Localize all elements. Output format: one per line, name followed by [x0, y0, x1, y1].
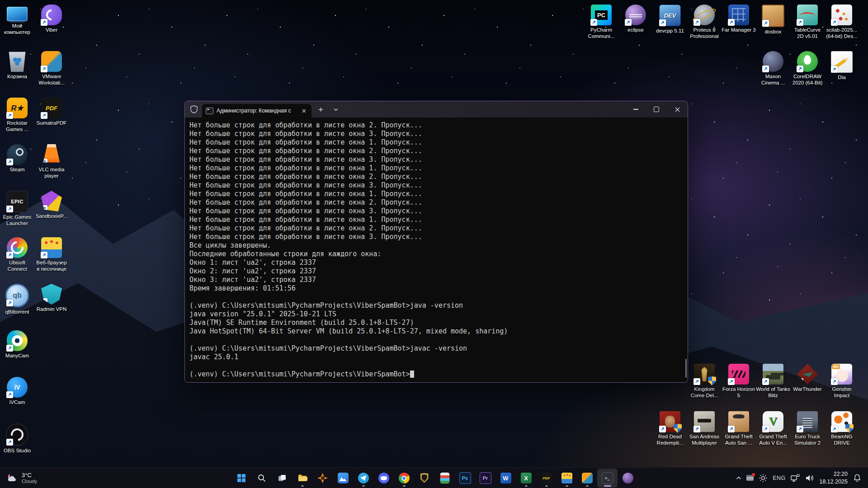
desktop-icon-epic[interactable]: EPICEpic Games Launcher	[0, 191, 34, 226]
desktop-icon-my-computer[interactable]: Мой компьютер	[0, 5, 34, 35]
sandboxie-app-icon	[561, 473, 572, 483]
pycharm-icon: PC	[591, 5, 612, 25]
clock[interactable]: 22:20 18.12.2025	[819, 470, 848, 485]
desktop-icon-proteus[interactable]: Proteus 8 Professional	[687, 5, 722, 39]
volume-icon[interactable]	[805, 474, 814, 482]
desktop-icon-qbittorrent[interactable]: qbqBittorrent	[0, 284, 34, 315]
desktop-icon-web-sandbox[interactable]: Веб-браузер в песочнице	[34, 237, 69, 272]
desktop-icon-label: TableCurve 2D v5.01	[790, 27, 825, 39]
taskbar-photoshop-button[interactable]: Ps	[455, 469, 475, 488]
desktop-icon-scilab[interactable]: scilab-2025... (64-bit) Des...	[825, 5, 859, 39]
terminal-tab[interactable]: Администратор: Командная с	[202, 104, 311, 117]
close-button[interactable]	[667, 101, 688, 117]
desktop-icon-vlc[interactable]: VLC media player	[34, 144, 69, 179]
shortcut-arrow-icon	[831, 19, 838, 26]
file-explorer-icon	[297, 473, 308, 483]
tab-dropdown-button[interactable]	[330, 103, 342, 115]
tray-app-icon[interactable]	[746, 475, 754, 481]
desktop-icon-coreldraw[interactable]: CorelDRAW 2020 (64-Bit)	[790, 51, 825, 86]
desktop-icon-far-manager[interactable]: Far Manager 3	[722, 5, 756, 33]
taskbar-excel-button[interactable]: X	[516, 469, 536, 488]
sumatra-pdf-icon: PDF	[541, 473, 552, 483]
language-indicator[interactable]: ENG	[773, 475, 785, 481]
genshin-icon: 5th	[831, 364, 852, 385]
taskbar-vmware-app-button[interactable]	[577, 469, 597, 488]
minimize-button[interactable]	[625, 101, 646, 117]
web-sandbox-icon	[41, 237, 62, 258]
tray-chevron-up-icon[interactable]	[736, 476, 741, 480]
desktop-icon-maxon[interactable]: Maxon Cinema ...	[756, 51, 790, 86]
desktop-icon-ubisoft[interactable]: Ubisoft Connect	[0, 237, 34, 272]
desktop-icon-rdr[interactable]: Red Dead Redempti...	[653, 411, 687, 446]
desktop-icon-genshin[interactable]: 5thGenshin Impact	[825, 364, 859, 399]
running-indicator	[566, 485, 568, 487]
desktop-icon-dosbox[interactable]: dosbox	[756, 5, 790, 35]
taskbar-sandboxie-app-button[interactable]	[557, 469, 577, 488]
taskbar-terminal-button[interactable]: >_	[597, 469, 618, 488]
desktop-icon-obs[interactable]: OBS Studio	[0, 423, 34, 454]
desktop-icon-kingdom-come[interactable]: Kingdom Come Del...	[687, 364, 722, 399]
taskbar-task-view-button[interactable]	[272, 469, 292, 488]
desktop-icon-label: Red Dead Redempti...	[653, 433, 687, 446]
desktop-icon-pycharm[interactable]: PCPyCharm Communi...	[584, 5, 618, 39]
radmin-icon	[41, 284, 62, 305]
taskbar-photos-button[interactable]	[333, 469, 353, 488]
taskbar-file-explorer-button[interactable]	[292, 469, 312, 488]
desktop-icon-manycam[interactable]: ManyCam	[0, 330, 34, 359]
desktop-icon-dia[interactable]: Dia	[825, 51, 859, 80]
terminal-output[interactable]: Нет больше строк для обработки в листе о…	[185, 117, 688, 382]
shortcut-arrow-icon	[6, 439, 13, 446]
new-tab-button[interactable]	[314, 103, 327, 115]
maximize-button[interactable]	[646, 101, 667, 117]
taskbar-shield-app-button[interactable]	[414, 469, 434, 488]
desktop-icon-vmware[interactable]: VMware Workstati...	[34, 51, 69, 86]
proteus-icon	[694, 5, 715, 25]
forza-icon	[728, 364, 749, 385]
taskbar-chrome-button[interactable]	[394, 469, 414, 488]
desktop-icon-gta-v[interactable]: VGrand Theft Auto V En...	[756, 411, 790, 446]
taskbar-premiere-button[interactable]: Pr	[475, 469, 495, 488]
taskbar-eclipse-button[interactable]	[618, 469, 638, 488]
shortcut-arrow-icon	[797, 66, 803, 72]
desktop-icon-sumatra[interactable]: PDFSumatraPDF	[34, 98, 69, 126]
taskbar-compass-app-button[interactable]	[312, 469, 333, 488]
desktop-icon-eclipse[interactable]: eclipse	[618, 5, 653, 33]
desktop-icon-label: Radmin VPN	[37, 306, 66, 312]
weather-widget[interactable]: 3°C Cloudy	[0, 468, 43, 488]
desktop-icon-rockstar[interactable]: R★Rockstar Games ...	[0, 98, 34, 132]
taskbar-word-button[interactable]: W	[495, 469, 516, 488]
network-icon[interactable]	[790, 474, 800, 483]
taskbar-sumatra-pdf-button[interactable]: PDF	[536, 469, 557, 488]
desktop-icon-tablecurve[interactable]: TableCurve 2D v5.01	[790, 5, 825, 39]
shortcut-arrow-icon	[693, 426, 700, 432]
taskbar-stripes-app-button[interactable]	[434, 469, 455, 488]
desktop-icon-ets2[interactable]: Euro Truck Simulator 2	[790, 411, 825, 446]
desktop-icon-radmin[interactable]: Radmin VPN	[34, 284, 69, 312]
desktop-icon-wot-blitz[interactable]: World of Tanks Blitz	[756, 364, 790, 399]
desktop-icon-gta-sa[interactable]: Grand Theft Auto San ...	[722, 411, 756, 446]
desktop-icon-forza[interactable]: Forza Horizon 5	[722, 364, 756, 399]
desktop-icon-devcpp[interactable]: DEVdevcpp 5.11	[653, 5, 687, 34]
desktop-icon-label: Grand Theft Auto V En...	[756, 433, 790, 446]
notifications-bell-icon[interactable]	[853, 474, 862, 483]
dosbox-icon	[762, 5, 784, 27]
taskbar-start-button[interactable]	[231, 469, 251, 488]
desktop-icon-steam[interactable]: Steam	[0, 144, 34, 173]
desktop-icon-viber[interactable]: Viber	[34, 5, 69, 33]
taskbar-discord-button[interactable]	[373, 469, 394, 488]
terminal-scrollbar[interactable]	[685, 359, 687, 378]
kingdom-come-icon	[694, 364, 715, 385]
tab-close-button[interactable]	[300, 107, 308, 115]
desktop-icon-label: Euro Truck Simulator 2	[790, 433, 825, 446]
taskbar-search-button[interactable]	[251, 469, 272, 488]
terminal-titlebar[interactable]: Администратор: Командная с	[185, 101, 688, 117]
desktop-icon-samp[interactable]: San Andreas Multiplayer	[687, 411, 722, 446]
brightness-icon[interactable]	[759, 474, 768, 483]
desktop-icon-sandboxie[interactable]: SandboxieP...	[34, 191, 69, 219]
terminal-line: Нет больше строк для обработки в листе о…	[189, 121, 686, 130]
desktop-icon-ivcam[interactable]: iViVCam	[0, 377, 34, 405]
desktop-icon-beamng[interactable]: BeamNG DRIVE	[825, 411, 859, 446]
taskbar-telegram-button[interactable]	[353, 469, 373, 488]
desktop-icon-recycle-bin[interactable]: Корзина	[0, 51, 34, 80]
desktop-icon-war-thunder[interactable]: WarThunder	[790, 364, 825, 392]
